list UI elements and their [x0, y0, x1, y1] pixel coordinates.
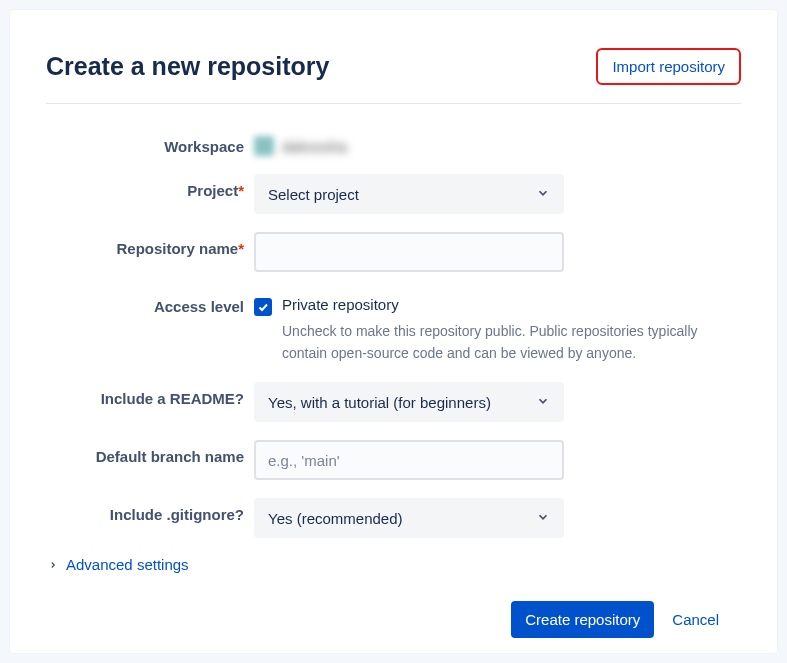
- project-label: Project*: [46, 174, 254, 199]
- form-actions: Create repository Cancel: [46, 601, 741, 638]
- repo-name-input-wrap: [254, 232, 564, 272]
- project-row: Project* Select project: [46, 174, 741, 214]
- workspace-row: Workspace dakoosha: [46, 130, 741, 156]
- private-repo-checkbox[interactable]: [254, 298, 272, 316]
- project-select[interactable]: Select project: [254, 174, 564, 214]
- access-helper-text: Uncheck to make this repository public. …: [282, 321, 702, 364]
- create-repository-card: Create a new repository Import repositor…: [10, 10, 777, 653]
- checkmark-icon: [257, 301, 269, 313]
- chevron-right-icon: [48, 556, 58, 573]
- branch-name-input[interactable]: [268, 452, 526, 469]
- chevron-down-icon: [536, 510, 550, 527]
- page-title: Create a new repository: [46, 52, 329, 81]
- required-mark: *: [238, 182, 244, 199]
- repo-name-label: Repository name*: [46, 232, 254, 257]
- private-repo-label: Private repository: [282, 296, 702, 313]
- workspace-value: dakoosha: [254, 130, 741, 156]
- chevron-down-icon: [536, 394, 550, 411]
- branch-row: Default branch name: [46, 440, 741, 480]
- workspace-label: Workspace: [46, 130, 254, 155]
- branch-label: Default branch name: [46, 440, 254, 465]
- readme-row: Include a README? Yes, with a tutorial (…: [46, 382, 741, 422]
- required-mark: *: [238, 240, 244, 257]
- workspace-name: dakoosha: [282, 138, 347, 155]
- cancel-button[interactable]: Cancel: [672, 611, 719, 628]
- repo-name-row: Repository name*: [46, 232, 741, 272]
- access-level-label: Access level: [46, 290, 254, 315]
- create-repository-form: Workspace dakoosha Project* Select proje…: [46, 130, 741, 638]
- gitignore-select[interactable]: Yes (recommended): [254, 498, 564, 538]
- header-row: Create a new repository Import repositor…: [46, 48, 741, 104]
- readme-select[interactable]: Yes, with a tutorial (for beginners): [254, 382, 564, 422]
- branch-input-wrap: [254, 440, 564, 480]
- import-repository-link[interactable]: Import repository: [596, 48, 741, 85]
- gitignore-label: Include .gitignore?: [46, 498, 254, 523]
- access-level-row: Access level Private repository Uncheck …: [46, 290, 741, 364]
- readme-label: Include a README?: [46, 382, 254, 407]
- gitignore-row: Include .gitignore? Yes (recommended): [46, 498, 741, 538]
- advanced-settings-toggle[interactable]: Advanced settings: [48, 556, 741, 573]
- chevron-down-icon: [536, 186, 550, 203]
- repo-name-input[interactable]: [268, 244, 526, 261]
- create-repository-button[interactable]: Create repository: [511, 601, 654, 638]
- workspace-avatar-icon: [254, 136, 274, 156]
